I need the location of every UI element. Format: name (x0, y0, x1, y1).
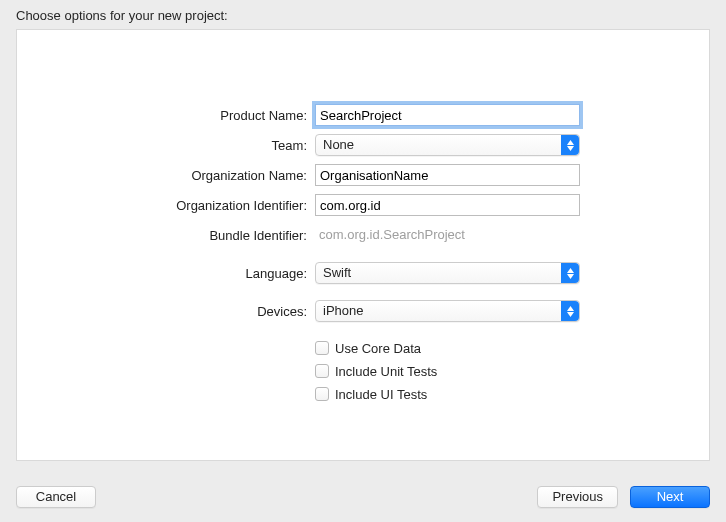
bundle-id-label: Bundle Identifier: (17, 228, 315, 243)
team-select-value: None (323, 137, 354, 152)
core-data-checkbox-row[interactable]: Use Core Data (315, 338, 580, 358)
previous-button[interactable]: Previous (537, 486, 618, 508)
team-label: Team: (17, 138, 315, 153)
devices-select-value: iPhone (323, 303, 363, 318)
product-name-label: Product Name: (17, 108, 315, 123)
devices-select[interactable]: iPhone (315, 300, 580, 322)
language-select-value: Swift (323, 265, 351, 280)
org-name-input[interactable] (315, 164, 580, 186)
svg-marker-4 (567, 306, 574, 311)
ui-tests-label: Include UI Tests (335, 387, 427, 402)
svg-marker-0 (567, 140, 574, 145)
unit-tests-checkbox-row[interactable]: Include Unit Tests (315, 361, 580, 381)
cancel-button[interactable]: Cancel (16, 486, 96, 508)
devices-label: Devices: (17, 304, 315, 319)
next-button[interactable]: Next (630, 486, 710, 508)
unit-tests-label: Include Unit Tests (335, 364, 437, 379)
bundle-id-value: com.org.id.SearchProject (315, 224, 580, 246)
org-name-label: Organization Name: (17, 168, 315, 183)
checkbox-icon (315, 341, 329, 355)
chevron-up-down-icon (561, 263, 579, 283)
chevron-up-down-icon (561, 135, 579, 155)
chevron-up-down-icon (561, 301, 579, 321)
core-data-label: Use Core Data (335, 341, 421, 356)
checkbox-icon (315, 387, 329, 401)
org-id-label: Organization Identifier: (17, 198, 315, 213)
svg-marker-5 (567, 312, 574, 317)
footer-bar: Cancel Previous Next (16, 486, 710, 508)
options-panel: Product Name: Team: None Organization Na… (16, 29, 710, 461)
ui-tests-checkbox-row[interactable]: Include UI Tests (315, 384, 580, 404)
org-id-input[interactable] (315, 194, 580, 216)
team-select[interactable]: None (315, 134, 580, 156)
svg-marker-3 (567, 274, 574, 279)
svg-marker-1 (567, 146, 574, 151)
language-select[interactable]: Swift (315, 262, 580, 284)
language-label: Language: (17, 266, 315, 281)
product-name-input[interactable] (315, 104, 580, 126)
checkbox-icon (315, 364, 329, 378)
page-title: Choose options for your new project: (0, 0, 726, 29)
svg-marker-2 (567, 268, 574, 273)
